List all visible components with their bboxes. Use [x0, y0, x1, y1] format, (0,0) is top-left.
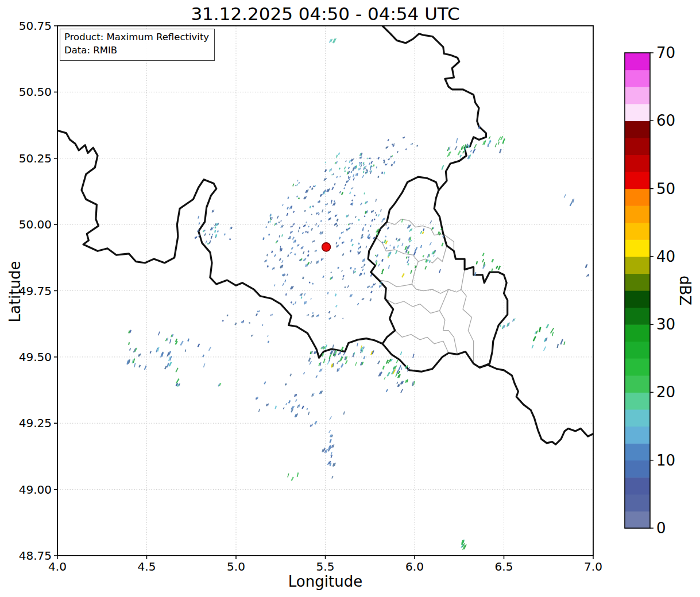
echo-speckle	[350, 294, 351, 297]
colorbar-segment	[625, 308, 650, 325]
echo-speckle	[371, 286, 372, 289]
echo-speckle	[386, 147, 386, 149]
echo-speckle	[407, 379, 408, 382]
echo-speckle	[185, 350, 186, 352]
echo-speckle	[361, 162, 362, 164]
echo-speckle	[329, 430, 331, 433]
echo-speckle	[351, 159, 352, 161]
echo-speckle	[323, 192, 324, 195]
echo-speckle	[305, 210, 305, 212]
echo-speckle	[316, 375, 317, 378]
echo-speckle	[337, 219, 338, 221]
echo-speckle	[390, 245, 390, 247]
echo-speckle	[338, 267, 339, 269]
echo-speckle	[323, 353, 323, 356]
echo-speckle	[308, 262, 309, 265]
colorbar-segment	[625, 511, 650, 528]
echo-speckle	[533, 336, 536, 341]
echo-speckle	[421, 245, 421, 248]
echo-speckle	[330, 445, 331, 449]
echo-speckle	[483, 253, 484, 256]
echo-speckle	[322, 231, 323, 234]
echo-speckle	[364, 166, 365, 168]
echo-speckle	[384, 377, 385, 379]
echo-speckle	[373, 237, 374, 239]
radar-site-marker	[322, 243, 331, 251]
echo-speckle	[349, 176, 349, 177]
echo-speckle	[342, 270, 342, 272]
echo-speckle	[369, 162, 370, 165]
echo-speckle	[365, 166, 366, 168]
echo-speckle	[376, 199, 376, 202]
colorbar-tick-label: 60	[656, 112, 675, 129]
echo-speckle	[378, 264, 380, 266]
echo-speckle	[169, 362, 172, 366]
echo-speckle	[307, 189, 308, 192]
echo-speckle	[387, 146, 388, 148]
echo-speckle	[303, 251, 304, 254]
echo-speckle	[268, 341, 269, 343]
echo-speckle	[335, 294, 337, 296]
echo-speckle	[344, 167, 346, 170]
echo-speckle	[381, 209, 381, 212]
echo-speckle	[308, 231, 308, 233]
echo-speckle	[203, 230, 204, 232]
echo-speckle	[293, 184, 293, 187]
echo-speckle	[158, 332, 160, 336]
echo-speckle	[364, 192, 365, 194]
echo-speckle	[359, 251, 361, 254]
echo-speckle	[496, 266, 498, 269]
echo-speckle	[381, 228, 381, 230]
echo-speckle	[382, 259, 382, 261]
colorbar-segment	[625, 172, 650, 189]
y-tick-label: 49.00	[19, 483, 52, 497]
echo-speckle	[351, 203, 351, 205]
echo-speckle	[500, 325, 501, 327]
echo-speckle	[179, 383, 180, 386]
echo-speckle	[364, 259, 365, 262]
colorbar-tick-label: 10	[656, 452, 675, 469]
echo-speckle	[346, 181, 347, 183]
echo-speckle	[364, 273, 365, 274]
echo-speckle	[315, 421, 316, 425]
echo-speckle	[297, 405, 299, 408]
echo-speckle	[392, 164, 392, 166]
echo-speckle	[287, 274, 288, 276]
colorbar-segment	[625, 239, 650, 257]
echo-speckle	[310, 206, 311, 208]
echo-speckle	[332, 187, 334, 190]
echo-speckle	[388, 227, 389, 229]
echo-speckle	[281, 220, 281, 222]
echo-speckle	[210, 234, 210, 235]
echo-speckle	[274, 254, 276, 257]
echo-speckle	[333, 363, 334, 367]
echo-speckle	[304, 258, 305, 261]
echo-speckle	[198, 344, 200, 347]
echo-speckle	[188, 339, 188, 342]
echo-speckle	[473, 149, 475, 153]
echo-speckle	[295, 240, 296, 243]
echo-speckle	[393, 145, 393, 147]
colorbar-segment	[625, 189, 650, 206]
echo-speckle	[588, 274, 589, 277]
echo-speckle	[319, 363, 319, 366]
echo-speckle	[332, 445, 333, 448]
colorbar-tick-label: 30	[656, 316, 675, 333]
echo-speckle	[360, 153, 361, 156]
echo-speckle	[272, 218, 272, 220]
echo-speckle	[335, 183, 335, 185]
echo-speckle	[291, 206, 292, 209]
echo-cluster-bottom-green	[461, 540, 466, 550]
echo-speckle	[303, 372, 304, 374]
echo-speckle	[363, 356, 365, 359]
echo-speckle	[370, 171, 370, 172]
echo-speckle	[337, 225, 338, 227]
echo-cluster-right-high	[564, 194, 574, 206]
echo-speckle	[337, 361, 339, 364]
echo-speckle	[366, 201, 368, 203]
x-tick-label: 5.5	[316, 560, 335, 573]
echo-speckle	[383, 366, 384, 369]
echo-speckle	[402, 243, 403, 246]
echo-speckle	[378, 360, 380, 364]
echo-speckle	[388, 139, 389, 141]
